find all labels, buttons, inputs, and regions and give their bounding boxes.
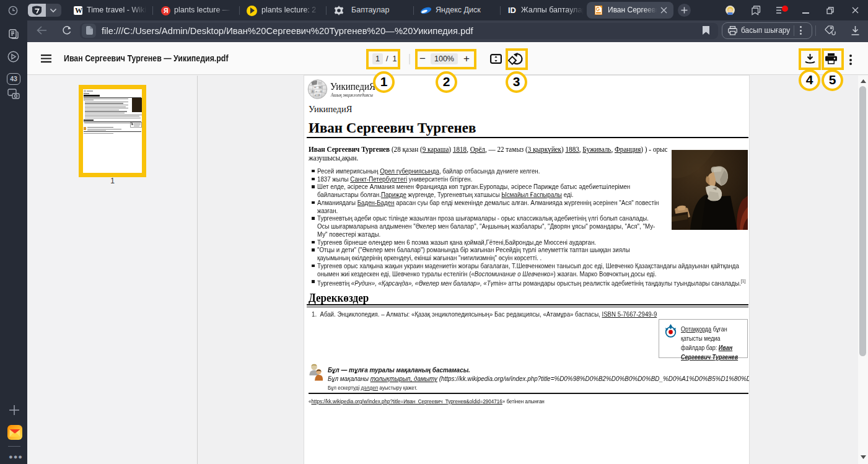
svg-text:Ф: Ф	[318, 94, 321, 97]
